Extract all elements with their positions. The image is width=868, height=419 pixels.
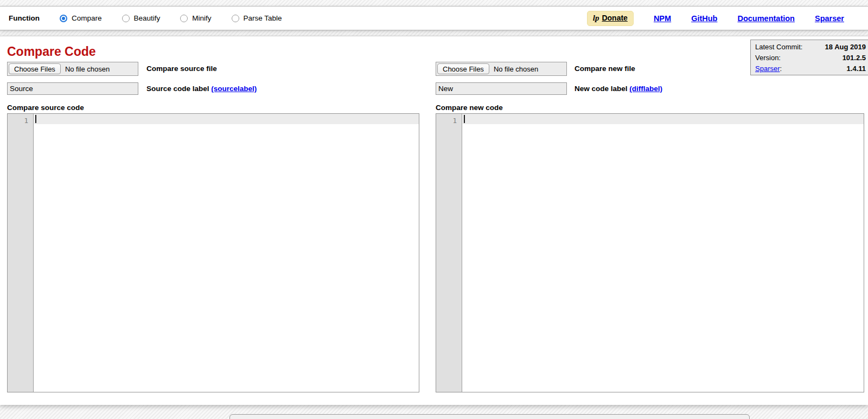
source-code-textarea[interactable]: [34, 114, 419, 392]
latest-commit-value: 18 Aug 2019: [825, 42, 866, 53]
mode-radio-group: Compare Beautify Minify Parse Table: [60, 14, 302, 22]
new-code-label: Compare new code: [436, 104, 503, 112]
nav-link-sparser[interactable]: Sparser: [815, 14, 844, 23]
mode-minify[interactable]: Minify: [180, 14, 211, 22]
source-code-editor[interactable]: 1: [7, 113, 419, 392]
radio-minify-icon[interactable]: [180, 15, 188, 22]
new-file-label: Compare new file: [575, 62, 635, 76]
source-file-label: Compare source file: [146, 62, 217, 76]
difflabel-doc-link[interactable]: (difflabel): [629, 85, 662, 93]
mode-beautify-label: Beautify: [134, 14, 161, 22]
donate-label: Donate: [602, 14, 627, 22]
text-caret: [35, 115, 36, 123]
radio-parse-table-icon[interactable]: [232, 15, 239, 22]
source-file-status: No file chosen: [65, 65, 110, 73]
source-label-input[interactable]: [7, 82, 138, 95]
nav-link-documentation[interactable]: Documentation: [737, 14, 795, 23]
nav-link-github[interactable]: GitHub: [691, 14, 717, 23]
sparser-colon: :: [780, 65, 782, 73]
new-file-input[interactable]: Choose Files No file chosen: [436, 62, 567, 76]
source-label-text: Source code label: [146, 85, 209, 93]
text-caret: [464, 115, 465, 123]
source-editor-gutter: 1: [8, 114, 34, 392]
source-code-label: Compare source code: [7, 104, 84, 112]
version-info-box: Latest Commit: 18 Aug 2019 Version: 101.…: [750, 40, 868, 75]
mode-compare-label: Compare: [72, 14, 102, 22]
new-line-number: 1: [436, 114, 462, 126]
sparser-row: Sparser: 1.4.11: [755, 63, 866, 74]
source-choose-files-button[interactable]: Choose Files: [9, 63, 61, 74]
new-code-textarea[interactable]: [463, 114, 864, 392]
mode-compare[interactable]: Compare: [60, 14, 102, 22]
new-label-input[interactable]: [436, 82, 567, 95]
new-label-text: New code label: [575, 85, 628, 93]
sparser-label: Sparser:: [755, 63, 782, 74]
radio-beautify-icon[interactable]: [122, 15, 130, 22]
donate-button[interactable]: lp Donate: [587, 11, 634, 26]
top-nav: lp Donate NPM GitHub Documentation Spars…: [587, 7, 844, 30]
next-section-box: [229, 414, 750, 419]
new-active-line: [463, 114, 864, 124]
liberapay-icon: lp: [593, 14, 599, 23]
latest-commit-label: Latest Commit:: [755, 42, 802, 53]
new-code-editor[interactable]: 1: [436, 113, 864, 392]
sparser-value: 1.4.11: [847, 63, 866, 74]
function-label: Function: [9, 14, 40, 22]
source-line-number: 1: [8, 114, 33, 126]
latest-commit-row: Latest Commit: 18 Aug 2019: [755, 42, 866, 53]
source-file-input[interactable]: Choose Files No file chosen: [7, 62, 138, 76]
new-label-caption: New code label (difflabel): [575, 82, 662, 95]
sourcelabel-doc-link[interactable]: (sourcelabel): [211, 85, 257, 93]
radio-compare-icon[interactable]: [60, 15, 67, 22]
sparser-version-link[interactable]: Sparser: [755, 65, 780, 73]
source-label-caption: Source code label (sourcelabel): [146, 82, 257, 95]
mode-minify-label: Minify: [192, 14, 211, 22]
compare-section: Compare Code Latest Commit: 18 Aug 2019 …: [0, 36, 868, 405]
source-active-line: [34, 114, 419, 124]
nav-link-npm[interactable]: NPM: [654, 14, 671, 23]
mode-parse-table[interactable]: Parse Table: [232, 14, 282, 22]
new-editor-gutter: 1: [436, 114, 462, 392]
version-row: Version: 101.2.5: [755, 53, 866, 63]
new-file-status: No file chosen: [494, 65, 538, 73]
version-label: Version:: [755, 53, 781, 63]
page-title: Compare Code: [7, 44, 96, 59]
version-value: 101.2.5: [843, 53, 866, 63]
function-toolbar: Function Compare Beautify Minify Parse T…: [0, 6, 868, 30]
mode-parse-table-label: Parse Table: [244, 14, 282, 22]
new-choose-files-button[interactable]: Choose Files: [437, 63, 489, 74]
mode-beautify[interactable]: Beautify: [122, 14, 161, 22]
